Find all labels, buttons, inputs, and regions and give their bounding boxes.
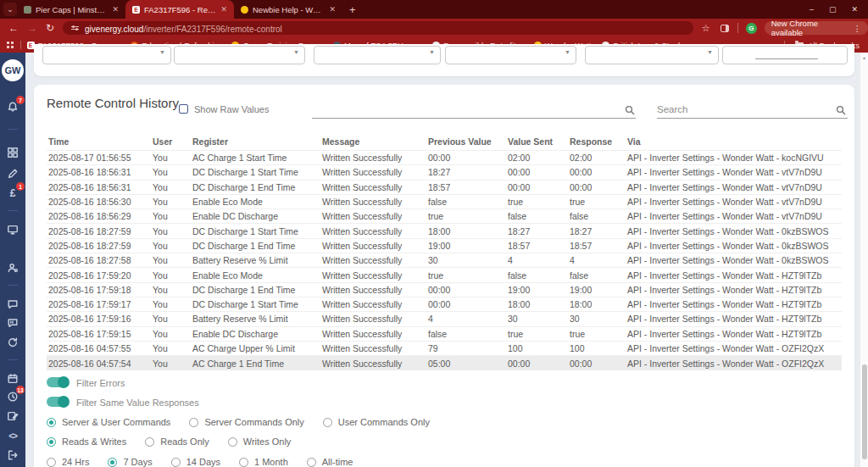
radio-button-icon[interactable] — [189, 418, 198, 427]
kebab-menu-icon[interactable]: ⋮ — [853, 24, 861, 33]
table-cell: API - Inverter Settings - Wonder Watt - … — [626, 341, 842, 355]
radio-button-icon[interactable] — [47, 458, 56, 467]
notifications-bell-icon[interactable]: 7 — [6, 100, 19, 114]
tab-close-icon[interactable]: ✕ — [112, 5, 119, 14]
read-write-option[interactable]: Writes Only — [228, 436, 292, 447]
apps-grid-icon[interactable] — [7, 42, 14, 48]
feedback-quote-icon[interactable] — [6, 316, 19, 330]
radio-button-icon[interactable] — [108, 458, 117, 467]
time-range-option[interactable]: 7 Days — [108, 457, 152, 467]
radio-label: All-time — [322, 457, 353, 467]
table-cell: 00:00 — [506, 165, 568, 180]
chrome-update-button[interactable]: New Chrome available ⋮ — [765, 21, 868, 35]
read-write-option[interactable]: Reads & Writes — [47, 436, 126, 447]
read-write-option[interactable]: Reads Only — [145, 436, 209, 447]
scrollbar-thumb[interactable] — [862, 364, 867, 459]
filter-errors-toggle[interactable] — [47, 377, 69, 387]
chat-icon[interactable] — [6, 297, 19, 311]
calendar-icon[interactable] — [6, 372, 19, 386]
history-clock-icon[interactable]: 13 — [6, 390, 19, 403]
filter-errors-label: Filter Errors — [76, 378, 125, 388]
search-input[interactable]: Search — [657, 102, 848, 119]
browser-tab-2-active[interactable]: E FA2317F596 - Remote Control | ✕ — [125, 0, 234, 19]
radio-button-icon[interactable] — [47, 418, 56, 427]
table-cell: true — [568, 326, 626, 341]
table-cell: Written Successfully — [320, 180, 426, 194]
table-cell: 18:57 — [506, 238, 568, 253]
gw-logo[interactable]: GW — [2, 59, 24, 81]
setting-select[interactable]: ▼ — [42, 46, 171, 64]
time-range-option[interactable]: 14 Days — [171, 457, 220, 467]
table-cell: You — [151, 356, 191, 370]
tab-search-chevron-icon[interactable]: ⌄ — [3, 3, 17, 16]
profile-avatar[interactable]: G — [746, 23, 756, 34]
table-cell: Written Successfully — [320, 268, 426, 282]
table-cell: 2025-08-16 18:27:59 — [47, 238, 151, 253]
filter-same-value-toggle[interactable] — [47, 397, 69, 407]
filter-same-value-label: Filter Same Value Responses — [76, 398, 199, 408]
tab-close-icon[interactable]: ✕ — [220, 5, 227, 14]
radio-button-icon[interactable] — [323, 418, 332, 427]
forward-button[interactable]: → — [27, 22, 37, 34]
search-icon — [625, 103, 635, 114]
setting-select[interactable]: ▼ — [585, 46, 719, 64]
table-cell: 00:00 — [426, 297, 506, 311]
api-code-icon[interactable]: <> — [6, 429, 19, 442]
table-column-header: Previous Value — [426, 134, 506, 151]
radio-button-icon[interactable] — [239, 458, 248, 467]
table-cell: 30 — [568, 312, 626, 326]
tab-label: FA2317F596 - Remote Control | — [144, 5, 216, 14]
command-source-option[interactable]: Server & User Commands — [47, 417, 170, 427]
sidebar-divider — [8, 285, 18, 286]
bookmark-star-icon[interactable]: ☆ — [702, 23, 710, 34]
time-range-option[interactable]: 24 Hrs — [47, 457, 89, 467]
account-settings-icon[interactable] — [6, 261, 19, 275]
logout-icon[interactable] — [6, 448, 19, 462]
table-cell: 19:00 — [426, 238, 506, 253]
command-source-option[interactable]: Server Commands Only — [189, 417, 303, 427]
command-source-option[interactable]: User Commands Only — [323, 417, 430, 427]
time-range-option[interactable]: 1 Month — [239, 457, 288, 467]
radio-button-icon[interactable] — [228, 437, 237, 447]
table-column-header: Response — [568, 134, 626, 151]
notes-edit-icon[interactable] — [6, 409, 19, 423]
browser-tab-3[interactable]: Newbie Help - Wonder Watt C... ✕ — [234, 0, 342, 19]
setting-input[interactable] — [722, 46, 848, 64]
minimize-button[interactable]: – — [810, 5, 814, 14]
table-cell: You — [151, 312, 191, 326]
scroll-up-arrow-icon[interactable]: ▲ — [862, 55, 866, 60]
maximize-button[interactable]: ▢ — [829, 5, 837, 14]
edit-pencil-icon[interactable] — [6, 167, 19, 181]
sync-refresh-icon[interactable] — [6, 336, 19, 349]
setting-select[interactable]: ▼ — [445, 46, 576, 64]
chrome-update-label: New Chrome available — [771, 19, 849, 37]
page-scrollbar[interactable]: ▲ — [860, 53, 868, 467]
side-panel-icon[interactable] — [721, 25, 730, 32]
table-cell: 2025-08-16 18:27:58 — [47, 253, 151, 268]
tariff-pound-icon[interactable]: £ 1 — [6, 186, 19, 200]
reload-button[interactable]: ↻ — [46, 22, 54, 34]
filter-search-input[interactable] — [312, 102, 636, 119]
monitor-icon[interactable] — [6, 223, 19, 236]
sidebar-divider — [8, 359, 18, 360]
show-raw-values-checkbox[interactable] — [179, 104, 188, 114]
dashboard-grid-icon[interactable] — [6, 146, 19, 159]
table-cell: Enable Eco Mode — [191, 194, 320, 208]
site-settings-icon[interactable] — [71, 26, 79, 31]
radio-button-icon[interactable] — [47, 437, 56, 447]
address-bar[interactable]: givenergy.cloud/inverter/FA2317F596/remo… — [63, 21, 693, 35]
radio-button-icon[interactable] — [171, 458, 181, 467]
browser-tab-1[interactable]: Pier Caps | Minster Paving | Wa... ✕ — [17, 0, 125, 19]
setting-select[interactable]: ▼ — [314, 46, 441, 64]
radio-button-icon[interactable] — [145, 437, 154, 447]
table-cell: API - Inverter Settings - Wonder Watt - … — [626, 194, 842, 208]
radio-button-icon[interactable] — [307, 458, 316, 467]
back-button[interactable]: ← — [8, 22, 19, 34]
time-range-option[interactable]: All-time — [307, 457, 353, 467]
close-button[interactable]: ✕ — [851, 5, 858, 14]
new-tab-button[interactable]: + — [349, 3, 356, 16]
table-cell: 18:27 — [426, 165, 506, 180]
tab-close-icon[interactable]: ✕ — [329, 5, 336, 14]
table-cell: 30 — [426, 253, 506, 268]
setting-select[interactable]: ▼ — [174, 46, 305, 64]
